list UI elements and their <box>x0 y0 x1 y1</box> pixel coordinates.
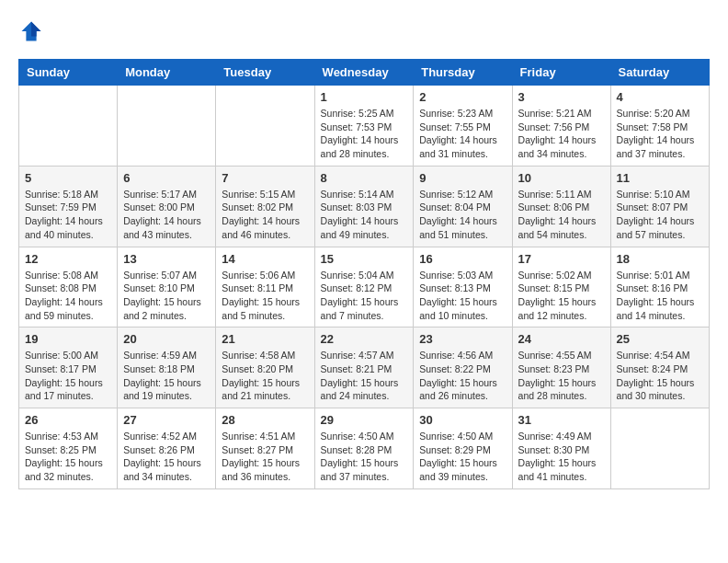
weekday-thursday: Thursday <box>414 60 512 86</box>
day-info: Sunrise: 5:07 AM Sunset: 8:10 PM Dayligh… <box>123 269 210 323</box>
day-cell: 14Sunrise: 5:06 AM Sunset: 8:11 PM Dayli… <box>216 247 314 327</box>
day-cell: 16Sunrise: 5:03 AM Sunset: 8:13 PM Dayli… <box>414 247 512 327</box>
day-info: Sunrise: 4:57 AM Sunset: 8:21 PM Dayligh… <box>321 349 408 403</box>
weekday-tuesday: Tuesday <box>216 60 314 86</box>
day-number: 6 <box>123 171 210 185</box>
day-info: Sunrise: 5:14 AM Sunset: 8:03 PM Dayligh… <box>321 188 408 242</box>
day-number: 2 <box>419 90 506 104</box>
weekday-monday: Monday <box>118 60 216 86</box>
day-info: Sunrise: 5:03 AM Sunset: 8:13 PM Dayligh… <box>419 269 506 323</box>
weekday-saturday: Saturday <box>610 60 709 86</box>
day-cell: 10Sunrise: 5:11 AM Sunset: 8:06 PM Dayli… <box>512 166 610 247</box>
week-row-2: 5Sunrise: 5:18 AM Sunset: 7:59 PM Daylig… <box>19 166 710 247</box>
day-number: 12 <box>25 252 111 266</box>
calendar-body: 1Sunrise: 5:25 AM Sunset: 7:53 PM Daylig… <box>19 86 710 489</box>
day-info: Sunrise: 5:01 AM Sunset: 8:16 PM Dayligh… <box>617 269 703 323</box>
day-cell: 6Sunrise: 5:17 AM Sunset: 8:00 PM Daylig… <box>118 166 216 247</box>
day-cell: 15Sunrise: 5:04 AM Sunset: 8:12 PM Dayli… <box>314 247 414 327</box>
day-number: 26 <box>25 413 111 427</box>
day-cell: 7Sunrise: 5:15 AM Sunset: 8:02 PM Daylig… <box>216 166 314 247</box>
day-info: Sunrise: 4:52 AM Sunset: 8:26 PM Dayligh… <box>123 430 210 484</box>
day-number: 27 <box>123 413 210 427</box>
day-cell: 23Sunrise: 4:56 AM Sunset: 8:22 PM Dayli… <box>414 327 512 408</box>
day-info: Sunrise: 4:50 AM Sunset: 8:28 PM Dayligh… <box>321 430 408 484</box>
day-cell <box>19 86 118 167</box>
day-number: 29 <box>321 413 408 427</box>
day-number: 15 <box>321 252 408 266</box>
day-info: Sunrise: 4:59 AM Sunset: 8:18 PM Dayligh… <box>123 349 210 403</box>
day-number: 7 <box>222 171 308 185</box>
logo <box>18 18 48 44</box>
day-cell: 22Sunrise: 4:57 AM Sunset: 8:21 PM Dayli… <box>314 327 414 408</box>
day-number: 8 <box>321 171 408 185</box>
day-number: 10 <box>518 171 605 185</box>
day-cell: 24Sunrise: 4:55 AM Sunset: 8:23 PM Dayli… <box>512 327 610 408</box>
day-cell: 3Sunrise: 5:21 AM Sunset: 7:56 PM Daylig… <box>512 86 610 167</box>
page-header <box>18 18 710 44</box>
weekday-wednesday: Wednesday <box>314 60 414 86</box>
day-info: Sunrise: 4:55 AM Sunset: 8:23 PM Dayligh… <box>518 349 605 403</box>
week-row-1: 1Sunrise: 5:25 AM Sunset: 7:53 PM Daylig… <box>19 86 710 167</box>
day-number: 24 <box>518 332 605 346</box>
day-cell: 17Sunrise: 5:02 AM Sunset: 8:15 PM Dayli… <box>512 247 610 327</box>
day-number: 28 <box>222 413 308 427</box>
day-info: Sunrise: 5:00 AM Sunset: 8:17 PM Dayligh… <box>25 349 111 403</box>
day-cell: 29Sunrise: 4:50 AM Sunset: 8:28 PM Dayli… <box>314 408 414 489</box>
day-cell: 8Sunrise: 5:14 AM Sunset: 8:03 PM Daylig… <box>314 166 414 247</box>
day-number: 14 <box>222 252 308 266</box>
day-info: Sunrise: 5:25 AM Sunset: 7:53 PM Dayligh… <box>321 107 408 161</box>
day-info: Sunrise: 4:58 AM Sunset: 8:20 PM Dayligh… <box>222 349 308 403</box>
day-cell <box>118 86 216 167</box>
day-info: Sunrise: 4:51 AM Sunset: 8:27 PM Dayligh… <box>222 430 308 484</box>
weekday-friday: Friday <box>512 60 610 86</box>
day-info: Sunrise: 5:04 AM Sunset: 8:12 PM Dayligh… <box>321 269 408 323</box>
day-number: 18 <box>617 252 703 266</box>
week-row-5: 26Sunrise: 4:53 AM Sunset: 8:25 PM Dayli… <box>19 408 710 489</box>
weekday-header-row: SundayMondayTuesdayWednesdayThursdayFrid… <box>19 60 710 86</box>
day-number: 19 <box>25 332 111 346</box>
day-info: Sunrise: 4:53 AM Sunset: 8:25 PM Dayligh… <box>25 430 111 484</box>
day-number: 30 <box>419 413 506 427</box>
day-info: Sunrise: 5:15 AM Sunset: 8:02 PM Dayligh… <box>222 188 308 242</box>
day-number: 4 <box>617 90 703 104</box>
day-cell: 31Sunrise: 4:49 AM Sunset: 8:30 PM Dayli… <box>512 408 610 489</box>
calendar-table: SundayMondayTuesdayWednesdayThursdayFrid… <box>18 59 710 489</box>
day-number: 25 <box>617 332 703 346</box>
day-info: Sunrise: 5:23 AM Sunset: 7:55 PM Dayligh… <box>419 107 506 161</box>
day-cell <box>610 408 709 489</box>
day-cell: 21Sunrise: 4:58 AM Sunset: 8:20 PM Dayli… <box>216 327 314 408</box>
day-cell: 25Sunrise: 4:54 AM Sunset: 8:24 PM Dayli… <box>610 327 709 408</box>
day-number: 31 <box>518 413 605 427</box>
day-number: 3 <box>518 90 605 104</box>
day-number: 16 <box>419 252 506 266</box>
day-cell <box>216 86 314 167</box>
weekday-sunday: Sunday <box>19 60 118 86</box>
day-cell: 13Sunrise: 5:07 AM Sunset: 8:10 PM Dayli… <box>118 247 216 327</box>
day-cell: 12Sunrise: 5:08 AM Sunset: 8:08 PM Dayli… <box>19 247 118 327</box>
day-cell: 1Sunrise: 5:25 AM Sunset: 7:53 PM Daylig… <box>314 86 414 167</box>
day-info: Sunrise: 4:50 AM Sunset: 8:29 PM Dayligh… <box>419 430 506 484</box>
day-number: 5 <box>25 171 111 185</box>
day-cell: 28Sunrise: 4:51 AM Sunset: 8:27 PM Dayli… <box>216 408 314 489</box>
day-number: 17 <box>518 252 605 266</box>
day-info: Sunrise: 5:10 AM Sunset: 8:07 PM Dayligh… <box>617 188 703 242</box>
day-number: 13 <box>123 252 210 266</box>
day-info: Sunrise: 5:17 AM Sunset: 8:00 PM Dayligh… <box>123 188 210 242</box>
day-number: 21 <box>222 332 308 346</box>
day-cell: 19Sunrise: 5:00 AM Sunset: 8:17 PM Dayli… <box>19 327 118 408</box>
day-info: Sunrise: 5:12 AM Sunset: 8:04 PM Dayligh… <box>419 188 506 242</box>
day-cell: 4Sunrise: 5:20 AM Sunset: 7:58 PM Daylig… <box>610 86 709 167</box>
day-info: Sunrise: 5:02 AM Sunset: 8:15 PM Dayligh… <box>518 269 605 323</box>
day-info: Sunrise: 4:49 AM Sunset: 8:30 PM Dayligh… <box>518 430 605 484</box>
day-cell: 18Sunrise: 5:01 AM Sunset: 8:16 PM Dayli… <box>610 247 709 327</box>
day-number: 1 <box>321 90 408 104</box>
day-info: Sunrise: 5:08 AM Sunset: 8:08 PM Dayligh… <box>25 269 111 323</box>
day-number: 22 <box>321 332 408 346</box>
day-info: Sunrise: 5:11 AM Sunset: 8:06 PM Dayligh… <box>518 188 605 242</box>
day-cell: 5Sunrise: 5:18 AM Sunset: 7:59 PM Daylig… <box>19 166 118 247</box>
day-info: Sunrise: 5:21 AM Sunset: 7:56 PM Dayligh… <box>518 107 605 161</box>
day-info: Sunrise: 5:06 AM Sunset: 8:11 PM Dayligh… <box>222 269 308 323</box>
day-info: Sunrise: 4:56 AM Sunset: 8:22 PM Dayligh… <box>419 349 506 403</box>
day-info: Sunrise: 5:20 AM Sunset: 7:58 PM Dayligh… <box>617 107 703 161</box>
day-cell: 9Sunrise: 5:12 AM Sunset: 8:04 PM Daylig… <box>414 166 512 247</box>
